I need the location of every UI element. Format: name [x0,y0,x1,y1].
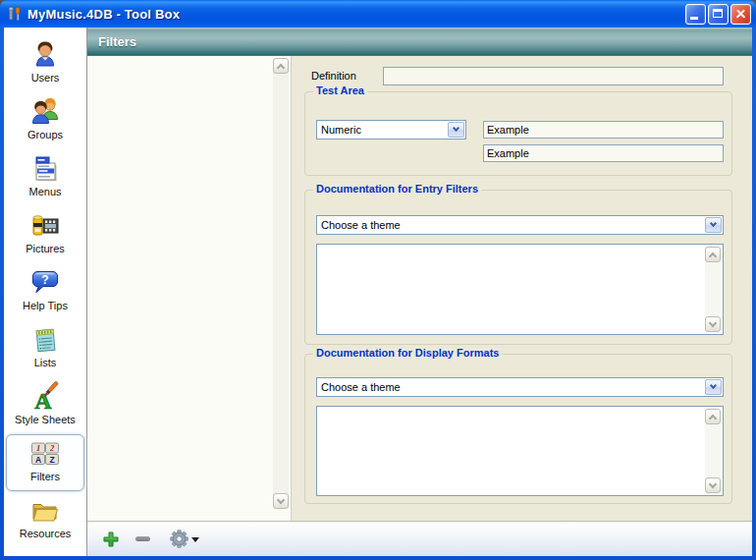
dropdown-button[interactable] [448,122,464,138]
minimize-icon [690,17,698,20]
titlebar[interactable]: MyMusic.4DB - Tool Box [0,0,756,28]
main-area: Users Groups [4,28,752,556]
pictures-icon [29,210,61,242]
dropdown-button[interactable] [705,217,722,233]
display-docs-legend: Documentation for Display Formats [313,347,502,359]
sidebar-item-label: Users [31,72,60,84]
sidebar-item-resources[interactable]: Resources [6,491,84,548]
content-area: Filters Definition Test Area [87,28,752,556]
groups-icon [29,96,61,128]
scroll-up-button[interactable] [705,409,721,424]
plus-icon [102,531,120,548]
sidebar-item-pictures[interactable]: Pictures [6,206,84,263]
list-scrollbar[interactable] [273,58,289,509]
content-body: Definition Test Area Numeric [87,56,752,521]
entry-docs-groupbox: Documentation for Entry Filters Choose a… [304,190,732,345]
scroll-down-button[interactable] [705,477,721,493]
sidebar-item-filters[interactable]: 1 2 A Z Filters [6,434,84,491]
test-area-groupbox: Test Area Numeric [304,91,732,176]
display-theme-selected-value: Choose a theme [317,381,704,393]
add-button[interactable] [100,529,122,550]
section-title: Filters [98,34,136,49]
maximize-icon [713,9,723,18]
gear-icon [170,530,189,548]
display-docs-text [320,409,703,493]
display-docs-textarea[interactable] [316,406,724,496]
menus-icon [29,153,61,185]
scroll-up-button[interactable] [273,58,289,74]
textarea-scrollbar[interactable] [705,409,721,493]
sidebar-item-users[interactable]: Users [6,35,84,92]
example-field-1[interactable] [483,121,724,139]
scroll-up-button[interactable] [705,247,721,262]
minimize-button[interactable] [685,4,706,25]
close-button[interactable] [730,4,751,25]
definition-label: Definition [311,70,356,82]
app-tools-icon [7,6,23,22]
sidebar-item-label: Groups [27,129,63,140]
sidebar-item-lists[interactable]: Lists [6,320,84,377]
caret-down-icon[interactable] [191,537,199,546]
textarea-scrollbar[interactable] [705,247,721,332]
entry-docs-textarea[interactable] [316,244,724,335]
chevron-down-icon [709,319,717,327]
svg-text:1: 1 [36,443,40,453]
sidebar-item-help-tips[interactable]: ? Help Tips [6,263,84,320]
window-title: MyMusic.4DB - Tool Box [27,7,685,22]
remove-button[interactable] [132,529,153,550]
lists-icon [29,324,61,356]
sidebar-item-label: Style Sheets [15,414,76,425]
chevron-down-icon [709,480,717,488]
entry-theme-selected-value: Choose a theme [317,219,704,231]
chevron-down-icon [710,220,717,227]
sidebar-item-label: Resources [20,528,72,539]
entry-theme-dropdown[interactable]: Choose a theme [316,215,724,235]
scroll-down-button[interactable] [705,316,721,332]
sidebar: Users Groups [4,28,87,556]
scroll-down-button[interactable] [273,493,289,509]
dropdown-button[interactable] [705,379,722,395]
svg-text:Z: Z [49,455,54,465]
help-tips-icon: ? [29,267,61,299]
users-icon [29,39,61,71]
actions-button[interactable] [168,529,189,550]
toolbox-window: MyMusic.4DB - Tool Box Users [0,0,756,560]
test-type-selected-value: Numeric [317,124,447,136]
sidebar-item-menus[interactable]: Menus [6,149,84,206]
section-header: Filters [87,28,752,56]
style-sheets-icon: A [29,381,61,413]
entry-docs-legend: Documentation for Entry Filters [313,183,481,195]
chevron-down-icon [453,125,459,132]
maximize-button[interactable] [708,4,729,25]
test-type-dropdown[interactable]: Numeric [316,120,466,140]
svg-text:?: ? [41,273,48,287]
chevron-down-icon [710,382,717,389]
display-theme-dropdown[interactable]: Choose a theme [316,377,724,397]
definition-field[interactable] [383,67,724,85]
svg-text:A: A [35,455,41,465]
display-docs-groupbox: Documentation for Display Formats Choose… [304,354,732,504]
filter-detail-panel: Definition Test Area Numeric [292,56,752,521]
sidebar-item-label: Filters [30,471,60,482]
filters-list[interactable] [87,56,292,521]
list-toolbar [87,521,752,556]
sidebar-item-label: Help Tips [23,300,68,311]
chevron-up-icon [277,64,285,72]
chevron-down-icon [277,496,285,504]
window-controls [685,4,751,25]
sidebar-item-groups[interactable]: Groups [6,92,84,149]
svg-text:2: 2 [49,443,55,453]
sidebar-item-label: Lists [34,357,57,368]
chevron-up-icon [709,252,717,260]
minus-icon [135,536,150,541]
example-field-2[interactable] [483,144,724,162]
test-area-legend: Test Area [313,84,367,96]
resources-icon [29,495,61,527]
sidebar-item-label: Menus [28,186,61,197]
chevron-up-icon [709,415,717,422]
sidebar-item-label: Pictures [26,243,65,254]
sidebar-item-style-sheets[interactable]: A Style Sheets [6,377,84,434]
entry-docs-text [320,247,703,332]
filters-icon: 1 2 A Z [29,438,61,470]
